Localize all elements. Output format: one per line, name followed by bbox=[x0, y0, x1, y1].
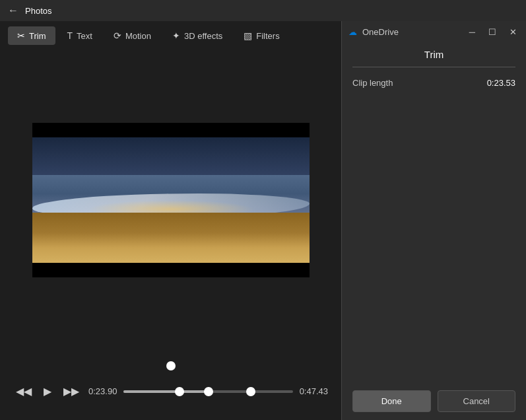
cancel-button[interactable]: Cancel bbox=[438, 390, 516, 412]
motion-button[interactable]: ⟳ Motion bbox=[104, 26, 160, 45]
minimize-button[interactable]: ─ bbox=[467, 27, 478, 37]
maximize-button[interactable]: ☐ bbox=[486, 27, 499, 37]
trim-icon: ✂ bbox=[17, 30, 25, 41]
rewind-button[interactable]: ◀◀ bbox=[13, 382, 34, 400]
trim-start-thumb[interactable] bbox=[175, 387, 184, 396]
video-container bbox=[32, 123, 310, 277]
play-button[interactable]: ▶ bbox=[41, 382, 54, 400]
editor-panel: ✂ Trim T Text ⟳ Motion ✦ 3D effects ▧ Fi… bbox=[0, 21, 341, 420]
rewind-icon: ◀◀ bbox=[16, 385, 32, 398]
close-button[interactable]: ✕ bbox=[507, 27, 519, 37]
onedrive-title: OneDrive bbox=[362, 27, 399, 37]
clip-length-row: Clip length 0:23.53 bbox=[352, 78, 515, 88]
text-button[interactable]: T Text bbox=[58, 26, 102, 45]
clip-length-label: Clip length bbox=[352, 78, 393, 88]
main-content: ✂ Trim T Text ⟳ Motion ✦ 3D effects ▧ Fi… bbox=[0, 21, 526, 420]
playhead-thumb[interactable] bbox=[204, 387, 213, 396]
video-top-bar bbox=[32, 123, 310, 137]
right-panel: ☁ OneDrive ─ ☐ ✕ Trim Clip length 0:23.5… bbox=[341, 21, 526, 420]
panel-titlebar: ☁ OneDrive ─ ☐ ✕ bbox=[342, 21, 526, 42]
panel-body: Trim Clip length 0:23.53 bbox=[342, 42, 526, 382]
motion-icon: ⟳ bbox=[114, 30, 121, 41]
sky-layer bbox=[32, 137, 310, 175]
trim-end-thumb[interactable] bbox=[246, 387, 255, 396]
beach-scene bbox=[32, 137, 310, 263]
panel-title-left: ☁ OneDrive bbox=[348, 27, 399, 37]
panel-window-controls: ─ ☐ ✕ bbox=[467, 27, 519, 37]
scrubber-filled bbox=[123, 390, 208, 393]
forward-button[interactable]: ▶▶ bbox=[61, 382, 82, 400]
onedrive-icon: ☁ bbox=[348, 27, 357, 37]
scrubber-container[interactable] bbox=[123, 384, 292, 400]
title-bar: ← Photos bbox=[0, 0, 526, 21]
video-frame bbox=[32, 137, 310, 263]
play-icon: ▶ bbox=[44, 385, 51, 398]
controls-area: ◀◀ ▶ ▶▶ 0:23.90 0:47.43 bbox=[0, 349, 341, 420]
time-end-label: 0:47.43 bbox=[300, 386, 328, 396]
app-title: Photos bbox=[25, 6, 51, 16]
timeline-track bbox=[13, 356, 328, 376]
controls-row: ◀◀ ▶ ▶▶ 0:23.90 0:47.43 bbox=[13, 382, 328, 400]
forward-icon: ▶▶ bbox=[63, 385, 79, 398]
done-button[interactable]: Done bbox=[352, 390, 431, 412]
clip-length-value: 0:23.53 bbox=[487, 78, 515, 88]
filters-icon: ▧ bbox=[244, 30, 252, 41]
back-button[interactable]: ← bbox=[8, 5, 18, 17]
time-start-label: 0:23.90 bbox=[88, 386, 117, 396]
effects-icon: ✦ bbox=[172, 30, 180, 41]
timeline-position-thumb[interactable] bbox=[166, 361, 176, 370]
text-icon: T bbox=[67, 30, 73, 41]
toolbar: ✂ Trim T Text ⟳ Motion ✦ 3D effects ▧ Fi… bbox=[0, 21, 341, 50]
trim-button[interactable]: ✂ Trim bbox=[8, 26, 55, 45]
filters-button[interactable]: ▧ Filters bbox=[234, 26, 288, 45]
sand-layer bbox=[32, 213, 310, 263]
panel-footer: Done Cancel bbox=[342, 382, 526, 420]
effects-button[interactable]: ✦ 3D effects bbox=[163, 26, 232, 45]
panel-section-title: Trim bbox=[352, 49, 515, 67]
video-bottom-bar bbox=[32, 263, 310, 277]
video-area bbox=[0, 50, 341, 349]
